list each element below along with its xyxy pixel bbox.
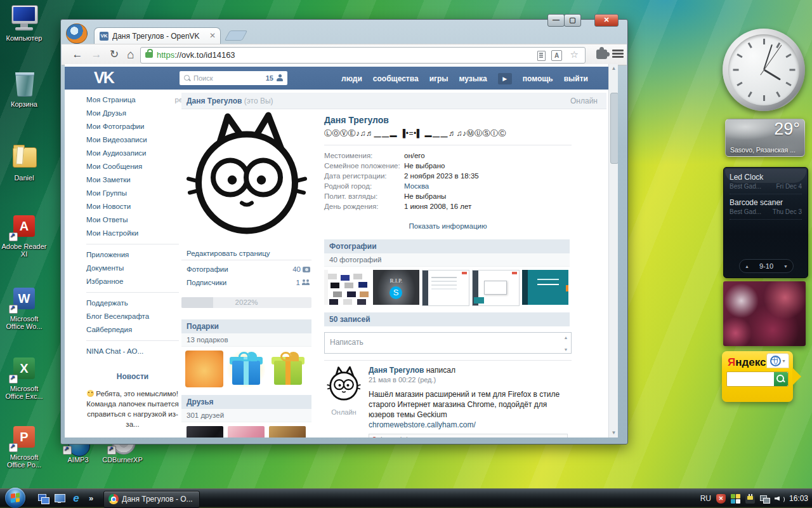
quicklaunch-overflow-chevron[interactable]: » [89, 492, 102, 505]
tab-close-icon[interactable]: ✕ [209, 31, 216, 40]
ssl-lock-icon[interactable] [145, 52, 153, 58]
sidebar-my-videos[interactable]: Мои Видеозаписи [86, 133, 179, 147]
city-link[interactable]: Москва [404, 181, 429, 191]
profile-status[interactable]: ⓁⓄⓋⒺ♪♫♬▁▁▂ ▐•=•▌ ▂▁▁♬♫♪ⓂⓊⓈⒾⒸ [324, 128, 572, 139]
feed-item-title[interactable]: Barcode scaner [730, 198, 802, 207]
sidebar-documents[interactable]: Документы [86, 262, 179, 275]
bookmark-star-icon[interactable]: ☆ [570, 49, 579, 60]
nav-help[interactable]: помощь [523, 74, 553, 83]
desktop-icon-computer[interactable]: Компьютер [0, 5, 48, 42]
yandex-scope-dropdown[interactable]: ▾ [766, 353, 789, 368]
pager-up-icon[interactable]: ▲ [745, 264, 749, 269]
sidebar-cyberpedia[interactable]: Сайберпедия [86, 323, 179, 337]
forward-button[interactable]: → [88, 46, 105, 63]
window-minimize-button[interactable]: — [547, 14, 565, 27]
address-bar[interactable]: https://ovk.to/id14163 A ☆ [140, 47, 586, 64]
sidebar-my-news[interactable]: Мои Новости [86, 200, 179, 213]
yandex-search-input[interactable] [726, 371, 789, 387]
photo-thumb-rip-skype[interactable]: R.I.P. S [373, 270, 419, 305]
desktop-icon-recycle-bin[interactable]: Корзина [0, 71, 48, 108]
gadgets-tray-icon[interactable] [731, 494, 740, 504]
photo-thumb-skype-dialog[interactable] [472, 270, 520, 306]
friend-avatar[interactable] [269, 426, 306, 438]
tray-clock[interactable]: 16:03 [789, 494, 808, 503]
network-icon[interactable] [760, 494, 769, 504]
edit-page-link[interactable]: Редактировать страницу [187, 250, 311, 257]
sidebar-my-replies[interactable]: Мои Ответы [86, 213, 179, 227]
new-tab-button[interactable] [225, 30, 248, 41]
compose-scroll-arrows[interactable]: ▲▼ [562, 334, 570, 352]
reload-button[interactable]: ↻ [106, 46, 122, 63]
palemoon-app-button[interactable] [66, 23, 88, 44]
profile-avatar[interactable] [183, 110, 310, 244]
photo-thumb-skype-window[interactable] [422, 270, 469, 306]
quicklaunch-switcher-icon[interactable] [37, 492, 49, 505]
nav-groups[interactable]: сообщества [373, 74, 419, 83]
power-plug-icon[interactable] [745, 494, 755, 504]
desktop-icon-daniel-folder[interactable]: Daniel [0, 145, 48, 182]
gift-blue-box[interactable] [227, 351, 265, 387]
desktop-icon-excel[interactable]: X Microsoft Office Exc... [0, 356, 48, 400]
yandex-search-button[interactable] [774, 372, 788, 386]
post-avatar[interactable] [324, 366, 363, 403]
weather-gadget[interactable]: 29° Sasovo, Рязанская ... [725, 119, 805, 157]
pager-down-icon[interactable]: ▼ [783, 264, 788, 269]
sidebar-my-messages[interactable]: Мои Сообщения [86, 160, 179, 173]
nav-people[interactable]: люди [341, 74, 362, 83]
sidebar-my-settings[interactable]: Мои Настройки [86, 227, 179, 240]
gift-green-box[interactable] [269, 351, 307, 387]
show-info-link[interactable]: Показать информацию [324, 222, 572, 230]
nav-more-button[interactable]: ▶ [498, 73, 512, 84]
window-maximize-button[interactable]: ▢ [564, 14, 581, 27]
photo-slideshow-gadget[interactable] [723, 281, 806, 346]
security-alert-icon[interactable]: ✕ [716, 494, 726, 504]
menu-hamburger-icon[interactable] [612, 50, 624, 59]
translate-icon[interactable]: A [551, 50, 562, 61]
sidebar-my-groups[interactable]: Мои Группы [86, 187, 179, 200]
browser-tab[interactable]: VK Даня Трегулов - OpenVK ✕ [94, 27, 221, 44]
scroll-up-icon[interactable]: ▲ [609, 64, 618, 73]
sidebar-my-friends[interactable]: Мои Друзья [86, 107, 179, 120]
scroll-down-icon[interactable]: ▼ [609, 429, 618, 438]
link-preview[interactable]: chrome web store Ленты новостей и блоги [369, 434, 568, 438]
desktop-icon-word[interactable]: W Microsoft Office Wo... [0, 286, 48, 330]
subscribers-row[interactable]: Подписчики 1 [181, 276, 311, 290]
vk-search-box[interactable]: Поиск 15 [180, 71, 287, 85]
nav-music[interactable]: музыка [459, 74, 487, 83]
friend-avatar[interactable] [228, 426, 265, 438]
sidebar-nina-chat[interactable]: NINA Chat - AO... [86, 345, 179, 358]
sidebar-my-page[interactable]: Моя Страница [86, 93, 179, 107]
sidebar-blog[interactable]: Блог Веселкрафта [86, 310, 179, 323]
clock-gadget[interactable] [723, 29, 805, 111]
feed-gadget[interactable]: Led Clock Best Gad...Fri Dec 4 Barcode s… [723, 167, 808, 278]
nav-logout[interactable]: выйти [564, 74, 588, 83]
scrollbar-thumb[interactable] [610, 93, 618, 164]
vk-logo[interactable]: VK [94, 69, 114, 87]
quicklaunch-desktop-icon[interactable] [53, 492, 66, 505]
desktop-icon-powerpoint[interactable]: P Microsoft Office Po... [0, 424, 48, 469]
sidebar-my-notes[interactable]: Мои Заметки [86, 173, 179, 187]
quicklaunch-ie-icon[interactable]: e [70, 492, 82, 505]
home-button[interactable]: ⌂ [122, 46, 139, 63]
volume-icon[interactable] [775, 494, 784, 504]
post-author-link[interactable]: Даня Трегулов [369, 366, 424, 375]
page-scrollbar[interactable]: ▲ ▼ [608, 64, 618, 438]
feed-item-title[interactable]: Led Clock [730, 173, 802, 182]
gifts-header[interactable]: Подарки [181, 319, 311, 333]
language-indicator[interactable]: RU [700, 494, 711, 503]
start-button[interactable] [5, 488, 25, 508]
back-button[interactable]: ← [69, 46, 86, 63]
window-close-button[interactable]: ✕ [594, 14, 619, 27]
desktop-icon-adobe-reader[interactable]: A Adobe Reader XI [0, 213, 48, 258]
sidebar-favorites[interactable]: Избранное [86, 275, 179, 288]
reader-mode-icon[interactable] [537, 51, 546, 61]
sidebar-my-photos[interactable]: Мои Фотографии [86, 120, 179, 133]
photo-thumb-collage[interactable] [324, 270, 370, 305]
photos-row[interactable]: Фотографии 40 [181, 263, 311, 276]
photo-thumb-skype-teal[interactable] [522, 270, 568, 305]
sidebar-support[interactable]: Поддержать [86, 297, 179, 310]
post-link[interactable]: chromewebstore.callyham.com/ [369, 420, 476, 429]
friend-avatar[interactable] [187, 426, 223, 438]
wall-header[interactable]: 50 записей [324, 312, 570, 326]
photos-section-header[interactable]: Фотографии [324, 239, 570, 253]
